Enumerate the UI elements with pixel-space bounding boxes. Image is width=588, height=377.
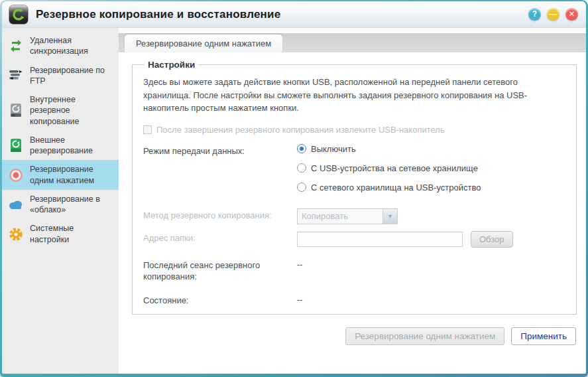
settings-group: Настройки Здесь вы можете задать действи…	[132, 60, 577, 315]
backup-method-select[interactable]: Копировать ▼	[297, 208, 398, 224]
sidebar-item-label: Резервирование одним нажатием	[30, 164, 115, 186]
settings-description: Здесь вы можете задать действие кнопки U…	[143, 76, 567, 115]
radio-label: Выключить	[311, 144, 356, 154]
status-label: Состояние:	[143, 293, 297, 307]
tab-strip: Резервирование одним нажатием	[119, 33, 586, 52]
sidebar-item-one-touch-backup[interactable]: Резервирование одним нажатием	[2, 160, 119, 190]
main-content: Резервирование одним нажатием Настройки …	[119, 28, 586, 374]
sidebar: Удаленная синхронизация Резервирование п…	[2, 28, 119, 374]
radio-option-disable[interactable]: Выключить	[297, 144, 567, 154]
apply-button[interactable]: Применить	[511, 327, 576, 345]
one-touch-backup-button[interactable]: Резервирование одним нажатием	[345, 327, 504, 345]
tab-one-touch-backup[interactable]: Резервирование одним нажатием	[125, 35, 282, 52]
settings-legend: Настройки	[145, 60, 198, 70]
status-row: Состояние: --	[143, 293, 567, 307]
body: Удаленная синхронизация Резервирование п…	[2, 28, 586, 374]
close-icon[interactable]: ✕	[565, 8, 578, 21]
sidebar-item-cloud-backup[interactable]: Резервирование в «облако»	[2, 190, 119, 220]
help-icon[interactable]: ?	[528, 8, 541, 21]
radio-icon[interactable]	[297, 144, 306, 153]
transfer-mode-label: Режим передачи данных:	[143, 144, 297, 202]
eject-usb-checkbox[interactable]	[143, 125, 152, 134]
backup-method-value: Копировать	[298, 211, 382, 221]
titlebar: Резервное копирование и восстановление ?…	[2, 1, 586, 28]
window-controls: ? — ✕	[528, 8, 578, 21]
last-backup-value: --	[297, 258, 567, 283]
radio-label: С USB-устройства на сетевое хранилище	[311, 163, 478, 173]
sidebar-item-internal-backup[interactable]: Внутреннее резервное копирование	[2, 90, 119, 131]
window: Резервное копирование и восстановление ?…	[2, 1, 586, 374]
ftp-server-icon	[8, 69, 24, 82]
backup-app-icon	[9, 5, 29, 25]
minimize-icon[interactable]: —	[547, 8, 559, 21]
window-title: Резервное копирование и восстановление	[36, 8, 280, 21]
radio-option-usb-to-nas[interactable]: С USB-устройства на сетевое хранилище	[297, 163, 567, 173]
transfer-mode-row: Режим передачи данных: Выключить С USB-у…	[143, 144, 567, 202]
last-backup-label: Последний сеанс резервного копирования:	[143, 258, 292, 283]
sidebar-item-remote-sync[interactable]: Удаленная синхронизация	[2, 31, 119, 61]
radio-option-nas-to-usb[interactable]: С сетевого хранилища на USB-устройство	[297, 183, 567, 192]
transfer-mode-options: Выключить С USB-устройства на сетевое хр…	[297, 144, 567, 202]
sidebar-item-ftp-backup[interactable]: Резервирование по FTP	[2, 61, 119, 91]
backup-method-label: Метод резервного копирования:	[143, 208, 297, 224]
browse-button[interactable]: Обзор	[471, 231, 513, 248]
sidebar-item-label: Системные настройки	[30, 223, 115, 245]
radio-icon[interactable]	[297, 163, 306, 173]
cloud-icon	[8, 198, 24, 210]
sidebar-item-external-backup[interactable]: Внешнее резервирование	[2, 131, 119, 161]
status-value: --	[297, 293, 567, 307]
gear-icon	[8, 227, 24, 242]
radio-label: С сетевого хранилища на USB-устройство	[311, 183, 481, 192]
external-backup-drive-icon	[8, 138, 24, 153]
folder-path-input[interactable]	[297, 232, 463, 247]
action-buttons: Резервирование одним нажатием Применить	[119, 315, 586, 345]
sidebar-item-label: Внутреннее резервное копирование	[30, 94, 115, 127]
sidebar-item-label: Удаленная синхронизация	[30, 35, 115, 57]
sidebar-item-label: Резервирование в «облако»	[30, 194, 115, 216]
one-touch-button-icon	[8, 168, 24, 183]
sidebar-item-system-settings[interactable]: Системные настройки	[2, 219, 119, 249]
sidebar-item-label: Внешнее резервирование	[30, 135, 115, 157]
eject-usb-checkbox-label: После завершения резервного копирования …	[156, 125, 445, 135]
eject-usb-checkbox-row: После завершения резервного копирования …	[143, 125, 567, 135]
last-backup-row: Последний сеанс резервного копирования: …	[143, 258, 567, 283]
internal-backup-drive-icon	[8, 103, 24, 117]
remote-sync-icon	[8, 39, 24, 52]
folder-path-label: Адрес папки:	[143, 231, 297, 248]
sidebar-item-label: Резервирование по FTP	[30, 65, 115, 87]
chevron-down-icon: ▼	[382, 209, 397, 224]
folder-path-row: Адрес папки: Обзор	[143, 231, 567, 248]
backup-method-row: Метод резервного копирования: Копировать…	[143, 208, 567, 224]
window-frame: Резервное копирование и восстановление ?…	[0, 0, 588, 377]
radio-icon[interactable]	[297, 183, 306, 192]
